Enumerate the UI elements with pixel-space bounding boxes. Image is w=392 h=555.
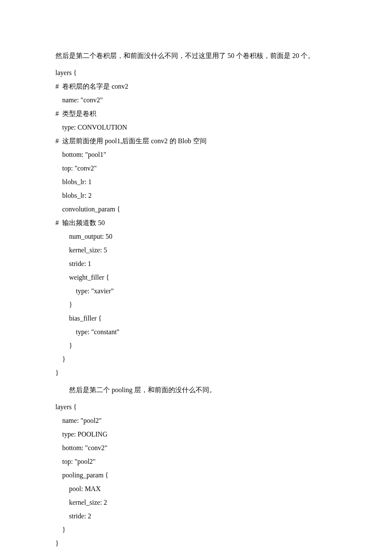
spacer xyxy=(55,397,337,400)
paragraph-intro-2: 然后是第二个 pooling 层，和前面的没什么不同。 xyxy=(55,383,337,397)
spacer xyxy=(55,63,337,66)
paragraph-intro-1: 然后是第二个卷积层，和前面没什么不同，不过这里用了 50 个卷积核，前面是 20… xyxy=(55,49,337,63)
spacer xyxy=(55,380,337,383)
code-block-pool2: layers { name: "pool2" type: POOLING bot… xyxy=(55,400,337,550)
document-page: 然后是第二个卷积层，和前面没什么不同，不过这里用了 50 个卷积核，前面是 20… xyxy=(0,0,392,555)
code-block-conv2: layers { # 卷积层的名字是 conv2 name: "conv2" #… xyxy=(55,66,337,380)
